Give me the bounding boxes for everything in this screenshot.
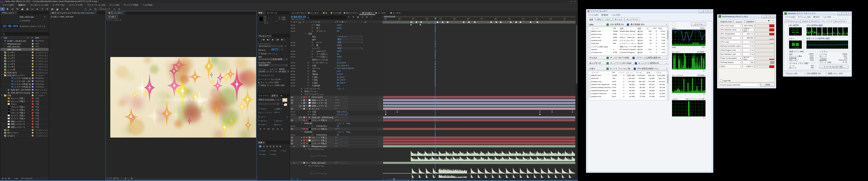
timeline-row-left[interactable]: ▶トランスフォームリセット: [290, 87, 382, 90]
timeline-row-left[interactable]: ◀ ◆ ▶◷Y 回転0x+143.0°: [290, 78, 382, 82]
label-chip[interactable]: [32, 69, 33, 70]
tab-library[interactable]: ライブラリ: [257, 94, 270, 97]
timeline-tab-0[interactable]: レンダーキュー: [291, 11, 308, 14]
color-depth-button[interactable]: 8 bpc: [13, 177, 20, 179]
label-chip[interactable]: [32, 121, 33, 122]
keyframe-navigator[interactable]: ◀ ◆ ▶: [290, 73, 296, 75]
collapse-graphs-button[interactable]: ›: [672, 22, 676, 26]
keyframe-navigator[interactable]: ◀ ◆ ▶: [290, 24, 296, 26]
expander-icon[interactable]: ▶: [301, 93, 302, 95]
vertical-scale-value[interactable]: 100 %: [260, 120, 266, 122]
tab-composition[interactable]: × コンポジ...: [105, 11, 125, 14]
snap-checkbox[interactable]: スナップ: [100, 8, 110, 10]
row-checkbox[interactable]: [589, 43, 591, 45]
timeline-row-left[interactable]: ▼ParticularリセットReg...: [290, 130, 382, 133]
timeline-toggle-icon-0[interactable]: ✦: [348, 16, 350, 18]
row-checkbox[interactable]: [589, 87, 591, 89]
speaker-icon[interactable]: ◀): [293, 146, 295, 147]
layer-duration-bar[interactable]: [383, 105, 576, 107]
expander-icon[interactable]: ▶: [301, 88, 302, 89]
timeline-row-left[interactable]: ▶マテリアルオプション: [290, 93, 382, 96]
layer-switches[interactable]: ♠ / fx: [336, 105, 339, 106]
col-4[interactable]: ス...: [647, 27, 650, 30]
move-time-checkbox[interactable]: 時間をプレビュー時間に移動: [258, 84, 285, 87]
layer-name[interactable]: [fifthgaterap.wav]: [312, 145, 334, 148]
tab-effect-controls[interactable]: × エフェクトコントロールshiki_click.wav ≡: [49, 11, 97, 14]
timeline-toggle-icon-1[interactable]: ❖: [352, 16, 354, 18]
process-row[interactable]: Adobe Desktop Service.exe4720065,23286,1…: [588, 86, 669, 89]
label-chip[interactable]: [32, 126, 33, 128]
row-checkbox[interactable]: [589, 49, 591, 51]
comp-marker[interactable]: [447, 21, 448, 23]
menu-4[interactable]: エフェクト(T): [66, 3, 85, 7]
expander-icon[interactable]: ▼: [301, 128, 303, 129]
property-value[interactable]: 100%: [337, 24, 342, 26]
label-chip[interactable]: [32, 129, 33, 131]
tab-info[interactable]: 情報≡: [257, 11, 266, 14]
timeline-row-left[interactable]: 基準単語∨: [290, 38, 382, 41]
timeline-row-left[interactable]: ◀ ◆ ▶◷アンカーポイント0.0,0.0,0.0: [290, 61, 382, 64]
menu-0[interactable]: ファイル(F): [0, 3, 16, 7]
frame-rate-select[interactable]: (23.98)∨: [258, 70, 269, 72]
keyframe-navigator[interactable]: ◀ ◆ ▶: [290, 134, 296, 135]
label-chip[interactable]: [32, 89, 33, 90]
label-chip[interactable]: [32, 80, 33, 82]
alignment-buttons[interactable]: ≣≣≣≣≣≣≣: [259, 145, 281, 148]
timeline-row-left[interactable]: ▼高度: [290, 32, 382, 35]
layer-label-chip[interactable]: [303, 105, 305, 107]
more-tabs-icon[interactable]: ≫: [279, 94, 284, 97]
time-ruler[interactable]: 00s01s02s03s04s05s06s07s08s09s10s11s12s1…: [382, 18, 576, 21]
expander-icon[interactable]: ▼: [301, 162, 303, 163]
row-checkbox[interactable]: [589, 46, 591, 48]
cache-before-checkbox[interactable]: 再生前にキャッシュ: [258, 53, 277, 55]
comp-marker[interactable]: [437, 21, 438, 23]
timeline-row-left[interactable]: ▶6[調整 レイヤー 1]♠ / fx∨: [290, 104, 382, 108]
stopwatch-icon[interactable]: ◷: [307, 111, 309, 113]
layer-switches[interactable]: ♠ /: [336, 108, 337, 109]
timeline-toggle-icon-5[interactable]: ◇: [370, 16, 372, 18]
label-chip[interactable]: [32, 100, 33, 102]
property-value[interactable]: 30: [337, 125, 339, 127]
label-chip[interactable]: [32, 92, 33, 93]
project-item[interactable]: 調整 レイヤー 1平面: [0, 120, 49, 123]
layer-label-chip[interactable]: [303, 102, 305, 103]
comp-marker[interactable]: [463, 21, 465, 23]
timeline-row-left[interactable]: シェイプ矩形∨: [290, 47, 382, 50]
expander-icon[interactable]: ▶: [301, 96, 303, 98]
toolbar-extra-icon-1[interactable]: ⊛: [117, 7, 122, 11]
property-value[interactable]: 100%: [337, 27, 342, 29]
font-style-select[interactable]: -∨: [258, 103, 279, 105]
process-row[interactable]: csrss.exe884クライアント サーバ...実行中1400.26: [588, 42, 669, 45]
row-checkbox[interactable]: [589, 37, 591, 39]
menu-1[interactable]: 編集(E): [16, 3, 28, 7]
timeline-search-input[interactable]: [306, 16, 346, 19]
col-5[interactable]: 共有...: [647, 71, 652, 74]
stopwatch-icon[interactable]: ◷: [311, 30, 313, 32]
sort-arrow-icon[interactable]: ▲: [27, 37, 29, 38]
timeline-row-left[interactable]: ◀ ◆ ▶◷∿開始100%: [290, 24, 382, 27]
reset-icon[interactable]: ↺: [285, 45, 286, 47]
label-chip[interactable]: [32, 135, 33, 137]
column-label-icon[interactable]: ●: [32, 37, 33, 39]
playhead-marker[interactable]: [434, 18, 436, 20]
audio-toggle-icon[interactable]: ◀): [275, 49, 278, 51]
project-item[interactable]: Psレイヤー4(2...! dpi72.psdPhotoshop: [0, 80, 49, 83]
keyframe-icon[interactable]: [385, 114, 386, 115]
label-chip[interactable]: [32, 86, 33, 88]
resolution-select[interactable]: 1/4 画質∨: [278, 70, 289, 72]
toolbar-extra-icon-0[interactable]: メ: [112, 7, 117, 11]
project-item[interactable]: コンポ 5コンポジション: [0, 62, 49, 65]
menu-6[interactable]: ビュー(V): [107, 3, 121, 7]
col-0[interactable]: イメージ: [591, 71, 599, 74]
project-item[interactable]: Psレイヤー4/完成! dpi72.psdPhotoshop: [0, 83, 49, 86]
overlays-toggle-icon[interactable]: ▢: [278, 49, 280, 51]
process-row[interactable]: System4NT Kernel & System実行中25300.19: [588, 48, 669, 51]
parent-select[interactable]: ∨: [348, 162, 380, 164]
row-checkbox[interactable]: [589, 93, 591, 95]
layer-duration-bar[interactable]: [383, 96, 576, 98]
comp-marker[interactable]: [537, 21, 538, 23]
layer-switches[interactable]: ♠ /: [336, 116, 337, 118]
stopwatch-icon[interactable]: ◷: [311, 53, 313, 55]
col-0[interactable]: イメージ: [591, 27, 599, 30]
timeline-row-left[interactable]: ▶11[オレンジ 平面 1]♠ /∨: [290, 136, 382, 139]
